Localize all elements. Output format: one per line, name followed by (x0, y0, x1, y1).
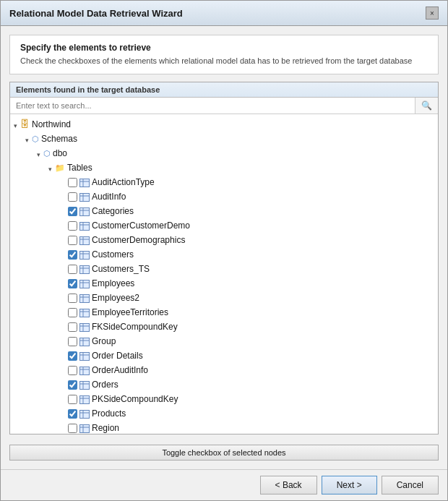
svg-rect-24 (80, 295, 90, 303)
tree-node: Customers_TS (10, 262, 438, 276)
tree-panel: Elements found in the target database 🔍 … (9, 82, 439, 434)
dialog: Relational Model Data Retrieval Wizard ×… (0, 0, 448, 501)
instruction-desc: Check the checkboxes of the elements whi… (20, 56, 428, 67)
tree-node: Orders (10, 377, 438, 392)
title-bar: Relational Model Data Retrieval Wizard × (1, 1, 447, 26)
table-icon (79, 236, 90, 244)
expander-icon[interactable] (22, 134, 32, 144)
back-button[interactable]: < Back (260, 476, 317, 494)
node-label: Employees (92, 277, 134, 290)
node-label: PKSideCompoundKey (92, 393, 178, 406)
table-icon (79, 279, 90, 288)
node-label: Group (92, 335, 116, 348)
table-icon (79, 250, 90, 259)
table-icon (79, 322, 90, 331)
node-checkbox[interactable] (68, 380, 77, 390)
node-checkbox[interactable] (68, 207, 77, 216)
node-label: Customers_TS (92, 262, 150, 275)
folder-icon: 📁 (55, 161, 65, 174)
tree-node: ⬡Schemas (10, 132, 438, 146)
table-icon (79, 337, 90, 346)
svg-rect-45 (80, 396, 90, 404)
node-checkbox[interactable] (68, 178, 77, 187)
table-icon (79, 380, 90, 389)
node-checkbox[interactable] (68, 294, 77, 303)
node-label: OrderAuditInfo (92, 364, 148, 377)
tree-node: Order Details (10, 348, 438, 363)
next-button[interactable]: Next > (322, 476, 377, 494)
tree-node: EmployeeTerritories (10, 305, 438, 320)
table-icon (79, 351, 90, 360)
tree-container[interactable]: 🗄Northwind⬡Schemas⬡dbo📁Tables AuditActio… (10, 114, 438, 434)
panel-header: Elements found in the target database (10, 82, 438, 98)
svg-rect-21 (80, 281, 90, 288)
instruction-box: Specify the elements to retrieve Check t… (9, 35, 439, 74)
node-label: FKSideCompoundKey (92, 320, 178, 333)
node-label: Schemas (41, 132, 77, 145)
schema-icon: ⬡ (32, 132, 39, 145)
schema-icon: ⬡ (43, 147, 51, 160)
svg-rect-0 (80, 179, 90, 187)
table-icon (79, 178, 90, 187)
node-label: dbo (53, 147, 67, 160)
svg-rect-39 (80, 367, 90, 375)
tree-node: FKSideCompoundKey (10, 320, 438, 334)
node-checkbox[interactable] (68, 250, 77, 260)
tree-node: AuditActionType (10, 175, 438, 189)
node-checkbox[interactable] (68, 366, 77, 375)
svg-rect-30 (80, 324, 90, 332)
expander-icon[interactable] (45, 163, 55, 173)
instruction-title: Specify the elements to retrieve (20, 43, 428, 53)
table-icon (79, 207, 90, 215)
svg-rect-12 (80, 237, 90, 245)
table-icon (79, 192, 90, 201)
node-label: Products (92, 407, 126, 420)
node-checkbox[interactable] (68, 337, 77, 346)
node-checkbox[interactable] (68, 236, 77, 245)
search-input[interactable] (10, 98, 415, 114)
search-bar: 🔍 (10, 98, 438, 114)
footer: < Back Next > Cancel (1, 469, 447, 500)
search-button[interactable]: 🔍 (415, 98, 438, 114)
tree-node: Employees2 (10, 291, 438, 305)
node-label: Customers (92, 248, 134, 261)
tree-node: CustomerDemographics (10, 233, 438, 247)
expander-icon[interactable] (33, 148, 43, 158)
node-checkbox[interactable] (68, 322, 77, 332)
node-checkbox[interactable] (68, 395, 77, 404)
node-checkbox[interactable] (68, 279, 77, 288)
node-checkbox[interactable] (68, 409, 77, 419)
table-icon (79, 424, 90, 432)
svg-rect-27 (80, 309, 90, 317)
node-checkbox[interactable] (68, 192, 77, 202)
node-label: Categories (92, 205, 134, 218)
node-label: CustomerCustomerDemo (92, 219, 190, 232)
cancel-button[interactable]: Cancel (382, 476, 439, 494)
node-label: CustomerDemographics (92, 234, 185, 247)
tree-node: Employees (10, 276, 438, 291)
node-checkbox[interactable] (68, 265, 77, 274)
svg-rect-48 (80, 411, 90, 419)
table-icon (79, 409, 90, 418)
node-checkbox[interactable] (68, 308, 77, 317)
node-label: Order Details (92, 349, 143, 362)
node-checkbox[interactable] (68, 424, 77, 433)
svg-rect-3 (80, 194, 90, 202)
tree-node: 📁Tables (10, 160, 438, 175)
node-label: AuditInfo (92, 190, 126, 203)
svg-rect-9 (80, 223, 90, 231)
svg-rect-6 (80, 208, 90, 216)
toggle-checkbox-button[interactable]: Toggle checkbox of selected nodes (9, 445, 439, 461)
tree-node: Group (10, 334, 438, 348)
node-checkbox[interactable] (68, 221, 77, 231)
table-icon (79, 265, 90, 273)
table-icon (79, 221, 90, 230)
dialog-title: Relational Model Data Retrieval Wizard (9, 8, 183, 19)
tree-node: 🗄Northwind (10, 117, 438, 132)
close-button[interactable]: × (426, 7, 439, 20)
node-label: EmployeeTerritories (92, 306, 168, 319)
node-label: Region (92, 421, 119, 434)
tree-node: AuditInfo (10, 189, 438, 204)
expander-icon[interactable] (10, 119, 20, 129)
node-checkbox[interactable] (68, 351, 77, 361)
